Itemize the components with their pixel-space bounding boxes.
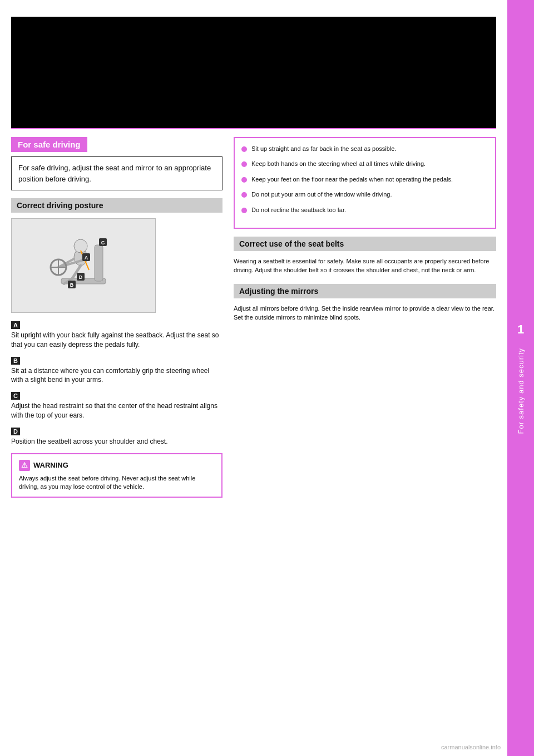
label-d-box: D xyxy=(11,428,20,435)
right-sidebar: 1 For safety and security xyxy=(507,0,534,756)
top-black-area xyxy=(11,17,496,128)
label-a-section: A Sit upright with your back fully again… xyxy=(11,320,222,350)
bullet-text-3: Keep your feet on the floor near the ped… xyxy=(251,175,453,184)
bullet-dot-2 xyxy=(241,161,247,167)
bullet-box: Sit up straight and as far back in the s… xyxy=(234,137,496,229)
label-b-box: B xyxy=(11,357,20,365)
for-safe-driving-text: For safe driving, adjust the seat and mi… xyxy=(18,164,211,183)
bullet-text-4: Do not put your arm out of the window wh… xyxy=(251,190,392,199)
seat-belts-heading: Correct use of the seat belts xyxy=(234,237,496,251)
label-d-text: Position the seatbelt across your should… xyxy=(11,437,222,446)
bullet-dot-1 xyxy=(241,146,247,152)
warning-text: Always adjust the seat before driving. N… xyxy=(19,474,215,492)
bullet-item-2: Keep both hands on the steering wheel at… xyxy=(241,160,488,168)
warning-box: ⚠ WARNING Always adjust the seat before … xyxy=(11,453,222,498)
main-content: For safe driving For safe driving, adjus… xyxy=(0,0,507,514)
svg-text:A: A xyxy=(85,255,88,261)
label-c-box: C xyxy=(11,392,20,400)
label-a-text: Sit upright with your back fully against… xyxy=(11,331,222,350)
bullet-item-3: Keep your feet on the floor near the ped… xyxy=(241,175,488,184)
mirrors-section: Adjusting the mirrors Adjust all mirrors… xyxy=(234,284,496,322)
svg-text:D: D xyxy=(79,274,83,280)
posture-illustration: A C D B xyxy=(11,218,156,313)
bullet-dot-4 xyxy=(241,192,247,198)
right-column: Sit up straight and as far back in the s… xyxy=(228,137,496,498)
bullet-item-4: Do not put your arm out of the window wh… xyxy=(241,190,488,199)
correct-driving-posture-heading: Correct driving posture xyxy=(11,198,222,213)
footer-watermark: carmanualsonline.info xyxy=(441,744,501,750)
posture-svg: A C D B xyxy=(17,223,150,309)
label-a-box: A xyxy=(11,321,20,329)
svg-text:C: C xyxy=(101,240,105,246)
warning-header: ⚠ WARNING xyxy=(19,460,215,471)
for-safe-driving-box: For safe driving, adjust the seat and mi… xyxy=(11,156,222,190)
label-b-section: B Sit at a distance where you can comfor… xyxy=(11,355,222,385)
left-column: For safe driving For safe driving, adjus… xyxy=(11,137,228,498)
bullet-item-5: Do not recline the seatback too far. xyxy=(241,206,488,214)
bullet-text-1: Sit up straight and as far back in the s… xyxy=(251,145,396,153)
svg-rect-0 xyxy=(17,223,150,309)
svg-text:B: B xyxy=(70,282,74,288)
bullet-text-2: Keep both hands on the steering wheel at… xyxy=(251,160,426,168)
divider-line xyxy=(11,128,496,129)
sidebar-label: For safety and security xyxy=(517,348,525,434)
bullet-item-1: Sit up straight and as far back in the s… xyxy=(241,145,488,153)
for-safe-driving-title: For safe driving xyxy=(11,137,87,152)
label-d-section: D Position the seatbelt across your shou… xyxy=(11,426,222,446)
seat-belt-section: Correct use of the seat belts Wearing a … xyxy=(234,237,496,275)
mirrors-heading: Adjusting the mirrors xyxy=(234,284,496,298)
mirrors-text: Adjust all mirrors before driving. Set t… xyxy=(234,304,496,322)
bullet-dot-5 xyxy=(241,208,247,213)
warning-icon: ⚠ xyxy=(19,460,30,471)
bullet-dot-3 xyxy=(241,177,247,183)
svg-rect-2 xyxy=(95,245,103,281)
label-c-text: Adjust the head restraint so that the ce… xyxy=(11,401,222,420)
label-b-text: Sit at a distance where you can comforta… xyxy=(11,366,222,385)
bullet-text-5: Do not recline the seatback too far. xyxy=(251,206,346,214)
label-c-section: C Adjust the head restraint so that the … xyxy=(11,390,222,420)
seat-belt-text: Wearing a seatbelt is essential for safe… xyxy=(234,257,496,275)
sidebar-number: 1 xyxy=(517,322,524,337)
content-body: For safe driving For safe driving, adjus… xyxy=(11,137,496,498)
warning-title: WARNING xyxy=(33,461,68,469)
